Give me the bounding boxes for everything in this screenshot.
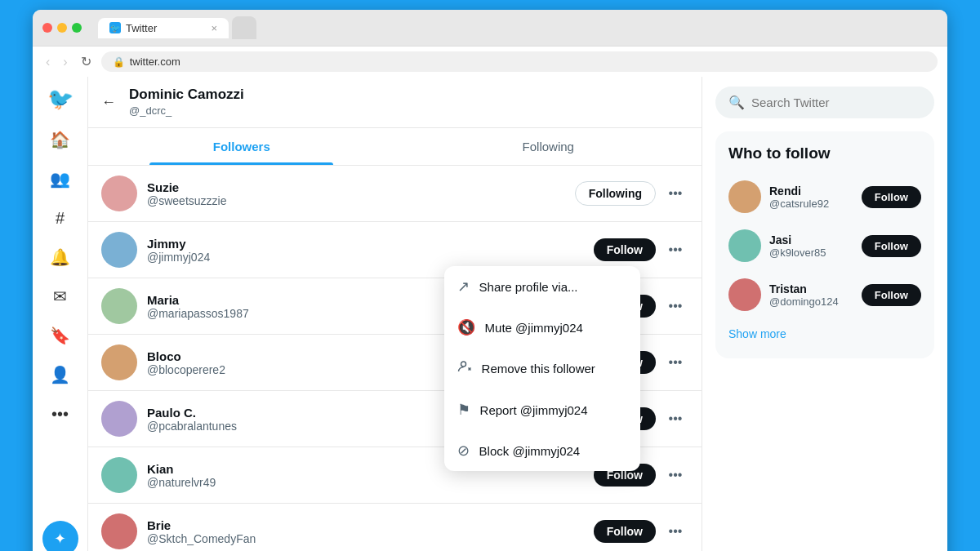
profile-handle: @_dcrc_ — [129, 104, 172, 117]
avatar — [101, 176, 137, 211]
follower-details: Brie @Sktch_ComedyFan — [147, 518, 584, 545]
profile-name: Dominic Camozzi — [129, 87, 244, 103]
address-input[interactable]: 🔒 twitter.com — [101, 51, 938, 72]
more-options-button[interactable]: ••• — [662, 349, 688, 375]
avatar — [728, 278, 761, 311]
follow-button[interactable]: Follow — [594, 520, 656, 543]
profile-info: Dominic Camozzi @_dcrc_ — [129, 87, 244, 118]
tabs-row: Followers Following — [88, 128, 702, 166]
tab-title: Twitter — [126, 22, 157, 34]
tab-favicon-icon: 🐦 — [109, 22, 121, 33]
new-tab-button[interactable] — [232, 16, 256, 39]
sidebar-item-notifications[interactable]: 🔔 — [42, 239, 78, 275]
list-item: Brie @Sktch_ComedyFan Follow ••• — [88, 504, 702, 551]
tab-close-button[interactable]: × — [211, 22, 217, 34]
remove-follower-icon — [457, 359, 472, 378]
tab-bar: 🐦 Twitter × — [98, 16, 938, 39]
more-options-button[interactable]: ••• — [662, 518, 688, 544]
avatar — [101, 288, 137, 324]
suggestion-item: Rendi @catsrule92 Follow — [715, 172, 934, 221]
sidebar-item-home[interactable]: 🏠 — [42, 122, 78, 158]
more-options-button[interactable]: ••• — [662, 237, 688, 263]
maximize-button[interactable] — [72, 23, 82, 33]
search-input[interactable] — [751, 96, 921, 109]
tab-followers[interactable]: Followers — [88, 128, 395, 165]
follow-button[interactable]: Follow — [594, 238, 656, 261]
list-item: Jimmy @jimmyj024 Follow ••• ↗ Share prof… — [88, 222, 702, 278]
more-options-button[interactable]: ••• — [662, 406, 688, 432]
suggestion-handle: @k9lover85 — [769, 247, 853, 259]
dropdown-label: Share profile via... — [479, 280, 578, 294]
sidebar-item-more[interactable]: ••• — [42, 396, 78, 432]
follower-actions: Following ••• — [575, 180, 688, 207]
dropdown-item-share[interactable]: ↗ Share profile via... — [444, 266, 640, 307]
app-container: 🐦 🏠 👥 # 🔔 ✉ 🔖 👤 ••• ✦ ← Dominic Camozzi … — [33, 77, 947, 551]
suggestion-item: Jasi @k9lover85 Follow — [715, 221, 934, 270]
more-options-button[interactable]: ••• — [662, 293, 688, 319]
tab-following[interactable]: Following — [395, 128, 702, 165]
block-icon: ⊘ — [457, 442, 470, 460]
follower-name: Brie — [147, 518, 584, 532]
list-item: Suzie @sweetsuzzzie Following ••• — [88, 166, 702, 222]
dropdown-label: Mute @jimmyj024 — [485, 321, 583, 335]
mute-icon: 🔇 — [457, 318, 475, 336]
back-nav-button[interactable]: ‹ — [42, 53, 53, 71]
avatar — [101, 513, 137, 549]
dropdown-item-block[interactable]: ⊘ Block @jimmyj024 — [444, 430, 640, 471]
follow-suggestion-button[interactable]: Follow — [862, 235, 921, 257]
address-bar: ‹ › ↻ 🔒 twitter.com — [33, 46, 947, 77]
sidebar-item-profile[interactable]: 👤 — [42, 357, 78, 393]
right-sidebar: 🔍 Who to follow Rendi @catsrule92 Follow — [702, 77, 947, 551]
search-bar[interactable]: 🔍 — [715, 87, 934, 118]
sidebar-item-messages[interactable]: ✉ — [42, 278, 78, 314]
dropdown-label: Report @jimmyj024 — [480, 403, 588, 417]
dropdown-item-mute[interactable]: 🔇 Mute @jimmyj024 — [444, 307, 640, 348]
follower-handle: @jimmyj024 — [147, 251, 584, 264]
back-button[interactable]: ← — [101, 94, 116, 111]
suggestion-details: Tristan @domingo124 — [769, 282, 853, 308]
suggestion-handle: @domingo124 — [769, 295, 853, 308]
who-to-follow-widget: Who to follow Rendi @catsrule92 Follow J… — [715, 131, 934, 358]
follow-suggestion-button[interactable]: Follow — [862, 284, 921, 306]
more-options-button[interactable]: ••• — [662, 462, 688, 488]
more-options-button[interactable]: ••• — [662, 180, 688, 207]
following-button[interactable]: Following — [575, 181, 656, 206]
browser-frame: 🐦 Twitter × ‹ › ↻ 🔒 twitter.com 🐦 🏠 👥 # … — [33, 10, 947, 551]
sidebar-item-bookmarks[interactable]: 🔖 — [42, 318, 78, 353]
traffic-lights — [42, 23, 82, 33]
suggestion-name: Tristan — [769, 282, 853, 295]
search-icon: 🔍 — [728, 95, 745, 110]
share-icon: ↗ — [457, 278, 470, 295]
browser-tab[interactable]: 🐦 Twitter × — [98, 18, 229, 38]
forward-nav-button[interactable]: › — [60, 53, 70, 71]
dropdown-label: Block @jimmyj024 — [479, 444, 581, 458]
follower-name: Jimmy — [147, 237, 584, 251]
dropdown-label: Remove this follower — [482, 362, 595, 375]
show-more-link[interactable]: Show more — [715, 319, 934, 349]
suggestion-handle: @catsrule92 — [769, 198, 853, 210]
svg-point-0 — [461, 362, 466, 367]
avatar — [728, 229, 761, 262]
suggestion-details: Rendi @catsrule92 — [769, 184, 853, 210]
twitter-logo: 🐦 — [47, 87, 74, 112]
follower-details: Jimmy @jimmyj024 — [147, 237, 584, 264]
who-to-follow-title: Who to follow — [715, 141, 934, 172]
sidebar-item-hashtag[interactable]: # — [42, 200, 78, 236]
report-icon: ⚑ — [457, 401, 470, 419]
minimize-button[interactable] — [57, 23, 67, 33]
dropdown-item-report[interactable]: ⚑ Report @jimmyj024 — [444, 389, 640, 430]
refresh-nav-button[interactable]: ↻ — [78, 52, 95, 71]
address-text: twitter.com — [130, 56, 180, 68]
follow-suggestion-button[interactable]: Follow — [862, 186, 921, 208]
profile-header: ← Dominic Camozzi @_dcrc_ — [88, 77, 702, 128]
left-sidebar: 🐦 🏠 👥 # 🔔 ✉ 🔖 👤 ••• ✦ — [33, 77, 88, 551]
main-content: ← Dominic Camozzi @_dcrc_ Followers Foll… — [88, 77, 702, 551]
dropdown-item-remove[interactable]: Remove this follower — [444, 348, 640, 389]
avatar — [101, 401, 137, 437]
dropdown-menu: ↗ Share profile via... 🔇 Mute @jimmyj024 — [444, 266, 640, 471]
follower-handle: @sweetsuzzzie — [147, 194, 565, 207]
compose-button[interactable]: ✦ — [42, 521, 78, 551]
sidebar-item-people[interactable]: 👥 — [42, 161, 78, 197]
close-button[interactable] — [42, 23, 52, 33]
suggestion-details: Jasi @k9lover85 — [769, 233, 853, 259]
